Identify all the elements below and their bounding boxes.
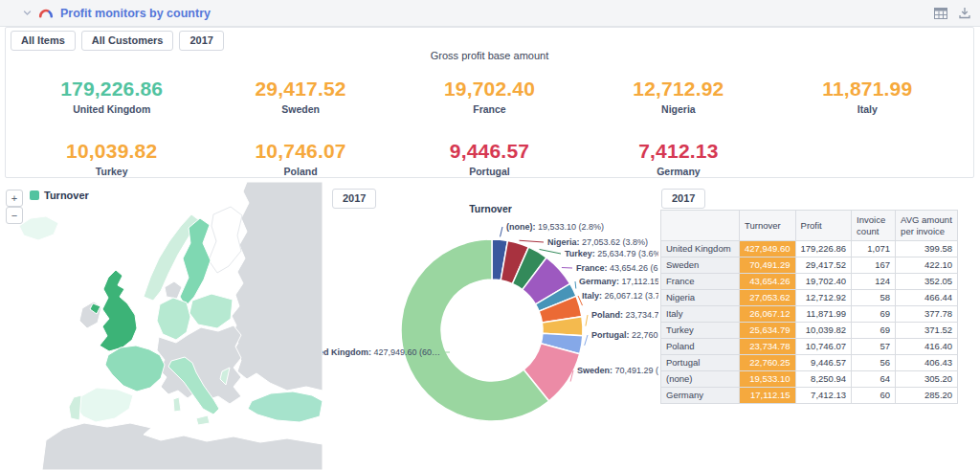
page-title: Profit monitors by country <box>60 7 211 20</box>
donut-leader-nigeria <box>519 240 544 242</box>
table-row-turkey[interactable]: Turkey25,634.7910,039.8269371.52 <box>661 323 958 339</box>
map-zoom-in-button[interactable]: + <box>6 190 23 207</box>
table-row-poland[interactable]: Poland23,734.7810,746.0757416.40 <box>661 339 958 355</box>
kpi-grid: 179,226.86United Kingdom29,417.52Sweden1… <box>17 70 962 177</box>
column-header-avg-amount-per-invoice[interactable]: AVG amount per invoice <box>896 211 958 241</box>
kpi-value: 29,417.52 <box>206 78 394 101</box>
cell-avg-amount: 377.78 <box>896 306 958 323</box>
table-grid-icon[interactable] <box>934 8 947 19</box>
map-region-united-kingdom[interactable] <box>100 270 137 351</box>
filter-all-customers[interactable]: All Customers <box>81 31 174 51</box>
cell-avg-amount: 352.05 <box>896 274 958 290</box>
cell-avg-amount: 466.44 <box>896 290 958 306</box>
cell-invoice-count: 167 <box>852 257 896 274</box>
cell-invoice-count: 56 <box>852 355 896 371</box>
kpi-label: United Kingdom <box>17 103 206 115</box>
kpi-label: Poland <box>206 166 394 177</box>
cell-profit: 10,039.82 <box>795 323 852 339</box>
cell-turnover: 43,654.26 <box>740 274 796 290</box>
column-header-invoice-count[interactable]: Invoice count <box>852 211 896 241</box>
cell-avg-amount: 422.10 <box>896 257 958 274</box>
map-region-turkey[interactable] <box>248 392 323 422</box>
table-row-portugal[interactable]: Portugal22,760.259,446.5756406.43 <box>661 355 958 371</box>
column-header-profit[interactable]: Profit <box>795 211 852 241</box>
cell-avg-amount: 406.43 <box>896 355 958 371</box>
filter-all-items[interactable]: All Items <box>11 31 76 51</box>
cell-profit: 179,226.86 <box>795 241 852 257</box>
cell-turnover: 427,949.60 <box>740 241 796 257</box>
kpi-value: 7,412.13 <box>584 140 772 163</box>
table-row-germany[interactable]: Germany17,112.157,412.1360285.20 <box>661 388 958 404</box>
export-download-icon[interactable] <box>959 7 970 19</box>
map-region-north-africa <box>42 423 323 470</box>
kpi-label: Sweden <box>206 103 394 115</box>
kpi-value: 9,446.57 <box>395 140 584 163</box>
kpi-portugal: 9,446.57Portugal <box>395 132 584 177</box>
donut-leader-none <box>501 227 502 236</box>
cell-avg-amount: 285.20 <box>896 388 958 404</box>
table-row-united-kingdom[interactable]: United Kingdom427,949.60179,226.861,0713… <box>661 241 958 257</box>
collapse-chevron-icon[interactable] <box>23 9 32 17</box>
cell-turnover: 19,533.10 <box>740 371 796 388</box>
table-row-nigeria[interactable]: Nigeria27,053.6212,712.9258466.44 <box>661 290 958 306</box>
cell-avg-amount: 399.58 <box>896 241 958 257</box>
kpi-value: 19,702.40 <box>395 78 584 101</box>
kpi-label: France <box>395 103 584 115</box>
cell-country: Poland <box>661 339 740 355</box>
kpi-label: Turkey <box>17 166 206 177</box>
cell-country: Nigeria <box>661 290 740 306</box>
cell-profit: 11,871.99 <box>795 306 852 323</box>
map-region-germany[interactable] <box>157 298 190 340</box>
donut-label-france: France: 43,654.26 (6.2%) <box>576 263 658 273</box>
table-period-chip[interactable]: 2017 <box>661 189 705 209</box>
map-legend-turnover[interactable]: Turnover <box>30 190 89 201</box>
table-row-france[interactable]: France43,654.2619,702.40124352.05 <box>661 274 958 290</box>
table-panel: 2017 TurnoverProfitInvoice countAVG amou… <box>658 182 980 470</box>
map-region-sardinia[interactable] <box>173 397 181 412</box>
map-region-sicily[interactable] <box>196 415 210 425</box>
table-row-sweden[interactable]: Sweden70,491.2929,417.52167422.10 <box>661 257 958 274</box>
europe-choropleth-map <box>0 182 323 470</box>
kpi-label: Germany <box>584 166 772 177</box>
cell-invoice-count: 124 <box>852 274 896 290</box>
donut-label-nigeria: Nigeria: 27,053.62 (3.8%) <box>547 237 648 247</box>
cell-profit: 12,712.92 <box>795 290 852 306</box>
kpi-label: Italy <box>773 103 962 115</box>
map-region-poland[interactable] <box>189 294 233 328</box>
filter-year[interactable]: 2017 <box>179 31 223 51</box>
donut-label-poland: Poland: 23,734.78 (3.4%) <box>591 310 658 320</box>
cell-invoice-count: 57 <box>852 339 896 355</box>
cell-turnover: 17,112.15 <box>740 388 796 404</box>
cell-profit: 29,417.52 <box>795 257 852 274</box>
map-region-spain[interactable] <box>76 388 133 422</box>
cell-country: United Kingdom <box>661 241 740 257</box>
donut-leader-turkey <box>540 249 561 254</box>
map-region-iceland[interactable] <box>19 216 58 240</box>
map-region-portugal[interactable] <box>69 395 81 420</box>
turnover-donut-chart: (none): 19,533.10 (2.8%)Nigeria: 27,053.… <box>323 182 658 470</box>
map-region-france[interactable] <box>105 346 165 392</box>
cell-turnover: 26,067.12 <box>740 306 796 323</box>
kpi-value: 179,226.86 <box>17 78 206 101</box>
kpi-label: Portugal <box>395 166 584 177</box>
cell-invoice-count: 1,071 <box>852 241 896 257</box>
donut-label-germany: Germany: 17,112.15 (2.4%) <box>579 277 658 286</box>
table-row-none[interactable]: (none)19,533.108,250.9464305.20 <box>661 371 958 388</box>
cell-profit: 8,250.94 <box>795 371 852 388</box>
kpi-united-kingdom: 179,226.86United Kingdom <box>17 70 206 115</box>
map-region-eastern-europe <box>231 182 323 391</box>
cell-invoice-count: 58 <box>852 290 896 306</box>
map-zoom-out-button[interactable]: − <box>6 207 23 224</box>
table-header: TurnoverProfitInvoice countAVG amount pe… <box>661 211 958 241</box>
kpi-italy: 11,871.99Italy <box>773 70 962 115</box>
kpi-label: Nigeria <box>584 103 772 115</box>
kpi-value: 11,871.99 <box>773 78 962 101</box>
kpi-section-title: Gross profit base amount <box>6 50 973 61</box>
table-row-italy[interactable]: Italy26,067.1211,871.9969377.78 <box>661 306 958 323</box>
donut-label-united-kingdom: United Kingdom: 427,949.60 (60… <box>323 347 440 357</box>
donut-period-chip[interactable]: 2017 <box>332 189 376 209</box>
column-header-turnover[interactable]: Turnover <box>740 211 796 241</box>
kpi-turkey: 10,039.82Turkey <box>17 132 206 177</box>
cell-avg-amount: 305.20 <box>896 371 958 388</box>
column-header-blank[interactable] <box>661 211 740 241</box>
